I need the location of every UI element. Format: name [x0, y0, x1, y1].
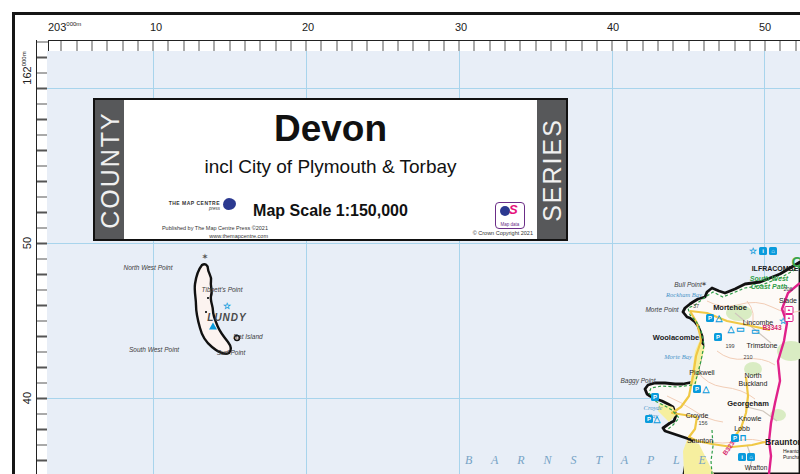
label-surf-point: Surf Point	[217, 350, 246, 357]
map-centre-logo: THE MAP CENTRE press	[128, 200, 220, 211]
label-north-buckland-1: North	[744, 372, 761, 379]
label-croyde-bay-1: Croyde	[644, 405, 663, 412]
label-tibbetts-point: Tibbett's Point	[202, 287, 243, 294]
label-bull-point: Bull Point	[674, 282, 701, 289]
map-subtitle: incl City of Plymouth & Torbay	[124, 156, 537, 178]
map-title: Devon	[124, 108, 537, 150]
museum-icon-braunton: ⌂	[747, 453, 755, 461]
label-punchardon: Punchardon	[783, 455, 800, 460]
label-knowle: Knowle	[739, 415, 762, 422]
info-icon-braunton: i	[738, 453, 746, 461]
label-rat-island: Rat Island	[233, 334, 262, 341]
label-lundy: LUNDY	[207, 313, 246, 323]
sheet-frame-top	[12, 12, 800, 15]
lighthouse-icon-bull-point: ✶	[700, 280, 708, 288]
campsite-icon-2: △	[727, 325, 735, 333]
grid-label-easting-10: 10	[150, 21, 162, 33]
os-badge-label: Map data	[496, 222, 524, 227]
label-morte-bay: Morte Bay	[664, 354, 692, 361]
label-morte-point: Morte Point	[645, 307, 678, 314]
parking-icon-croyde: P	[693, 385, 701, 393]
label-woolacombe: Woolacombe	[653, 334, 700, 342]
grid-label-easting-30: 30	[455, 21, 467, 33]
label-slade: Slade	[779, 297, 797, 304]
acorn-icon-2: ▲	[785, 314, 794, 322]
map-centre-logo-press: press	[128, 206, 220, 211]
campsite-icon-1: △	[715, 314, 723, 322]
grid-label-northing-50: 50	[21, 237, 33, 249]
label-mortehoe: Mortehoe	[713, 304, 747, 312]
crown-copyright: © Crown Copyright 2021	[473, 230, 533, 236]
label-spot-37: 37	[693, 304, 699, 310]
grid-label-easting-50: 50	[759, 21, 771, 33]
info-icon-ilfracombe: i	[759, 247, 767, 255]
label-croyde: Croyde	[686, 412, 709, 419]
county-bar-text: COUNTY	[95, 111, 124, 229]
parking-icon-baggy: P	[651, 393, 659, 401]
label-south-west-point: South West Point	[129, 347, 179, 354]
published-by-line: Published by The Map Centre Press ©2021	[128, 224, 268, 232]
grid-label-easting-origin: 203000m	[48, 21, 81, 33]
caravan-icon-2: ▭	[751, 327, 759, 335]
parking-icon-1: P	[706, 314, 714, 322]
label-spot-156: 156	[698, 421, 707, 427]
star-icon-ilfracombe: ☆	[749, 247, 757, 255]
series-bar-text: SERIES	[537, 118, 566, 222]
sheet-frame-left	[12, 12, 15, 474]
os-map-data-badge: S Map data	[495, 202, 525, 229]
star-icon-lundy: ☆	[223, 302, 231, 310]
label-pickwell: Pickwell	[689, 369, 714, 376]
grid-label-northing-40: 40	[21, 392, 33, 404]
publisher-lines: Published by The Map Centre Press ©2021 …	[128, 224, 268, 241]
label-north-buckland-2: Buckland	[739, 380, 768, 387]
title-box: COUNTY Devon incl City of Plymouth & Tor…	[93, 98, 568, 241]
label-saunton: Saunton	[687, 437, 713, 444]
grid-label-northing-origin: 162000m	[21, 51, 33, 84]
parking-icon-braunton: P	[731, 434, 739, 442]
museum-icon-ilfracombe: ⌂	[769, 247, 777, 255]
label-baggy-point: Baggy Point	[620, 378, 655, 385]
parking-icon-croyde-bay: P	[645, 415, 653, 423]
label-green-c: C	[792, 254, 800, 269]
county-bar: COUNTY	[95, 100, 124, 239]
campsite-icon-croyde: △	[702, 385, 710, 393]
label-georgeham: Georgeham	[727, 400, 769, 408]
campsite-icon-croyde-bay: △	[653, 415, 661, 423]
label-spot-206: 206	[783, 287, 792, 293]
label-barnstaple-bay: B A R N S T A P L E	[465, 454, 714, 466]
label-trimstone: Trimstone	[747, 342, 778, 349]
label-coast-path-2: Coast Path	[751, 283, 788, 290]
os-logo-s: S	[509, 202, 518, 217]
picnic-icon-braunton: ⊓	[739, 434, 747, 442]
publisher-website: www.themapcentre.com	[128, 232, 268, 240]
label-lobb: Lobb	[734, 425, 750, 432]
label-wrafton: Wrafton	[745, 465, 768, 472]
label-north-west-point: North West Point	[123, 265, 172, 272]
map-area: North West Point Tibbett's Point LUNDY R…	[47, 51, 800, 474]
label-rockham-bay: Rockham Bay	[666, 292, 702, 299]
acorn-icon-1: ▲	[785, 306, 794, 314]
label-braunton: Braunton	[765, 438, 800, 447]
label-coast-path-1: South West	[750, 275, 788, 282]
campsite-icon-lundy	[209, 323, 217, 330]
series-bar: SERIES	[537, 100, 566, 239]
grid-label-easting-40: 40	[607, 21, 619, 33]
parking-icon-2: P	[714, 333, 722, 341]
title-box-center: Devon incl City of Plymouth & Torbay Map…	[124, 100, 537, 239]
label-spot-210: 210	[743, 355, 752, 361]
grid-label-easting-20: 20	[302, 21, 314, 33]
label-spot-199: 199	[725, 344, 734, 350]
caravan-icon-1: ▭	[736, 325, 744, 333]
lighthouse-icon: ✶	[201, 253, 209, 261]
